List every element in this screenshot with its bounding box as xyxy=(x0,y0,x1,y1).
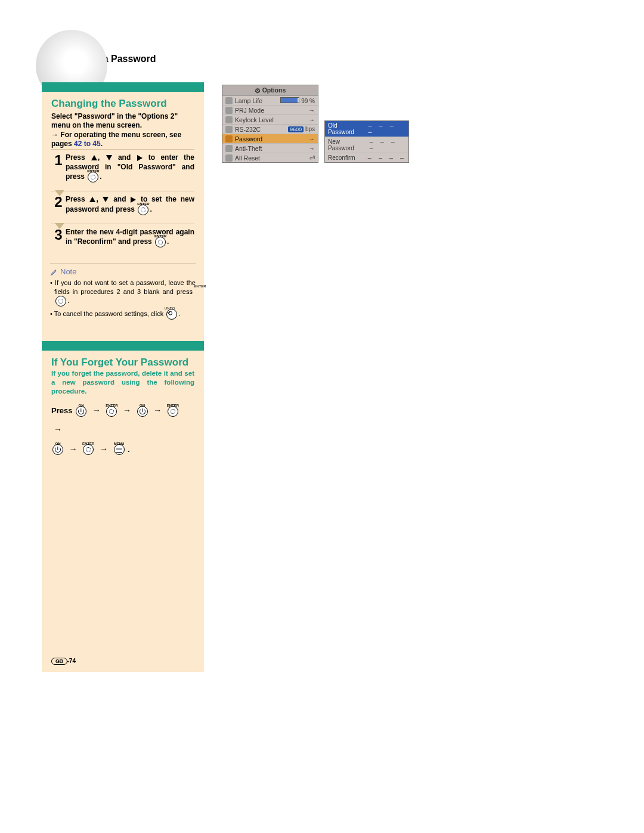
step-3-text: Enter the new 4-digit password again in … xyxy=(66,228,194,248)
on-button-icon xyxy=(76,406,86,417)
t: 99 xyxy=(301,98,308,104)
osd-options-menu: ⚙ Options Lamp Life 99 % PRJ Mode → xyxy=(222,85,318,163)
up-arrow-icon xyxy=(89,197,95,202)
on-button-icon xyxy=(137,406,148,417)
enter-button-icon xyxy=(83,444,94,455)
t: Reconfirm xyxy=(328,154,355,161)
osd-row-keylock: Keylock Level → xyxy=(222,115,318,125)
serial-icon xyxy=(225,126,233,133)
step-2-text: Press , and to set the new password and … xyxy=(66,195,194,215)
intro-line1: Select "Password" in the "Options 2" men… xyxy=(51,112,178,130)
section-title-forget: If You Forget Your Password xyxy=(51,357,194,368)
t: Keylock Level xyxy=(235,116,274,123)
step-1-text: Press , and to enter the password in "Ol… xyxy=(66,153,194,182)
menu-button-icon xyxy=(114,444,125,455)
osd2-new-password: New Password – – – – xyxy=(325,137,408,153)
baud-badge: 9600 xyxy=(288,126,304,132)
t: If you do not want to set a password, le… xyxy=(54,279,196,295)
arrow-icon: → xyxy=(69,444,78,454)
step-connector-icon xyxy=(55,190,64,196)
note-label: Note xyxy=(60,267,76,276)
forget-intro: If you forget the password, delete it an… xyxy=(51,369,194,396)
step-number: 3 xyxy=(51,228,66,242)
password-mask: – – – – xyxy=(370,138,405,151)
t: Options xyxy=(262,86,286,94)
t: New Password xyxy=(328,138,366,151)
t: Lamp Life xyxy=(235,97,262,104)
lamp-icon xyxy=(225,97,233,104)
region-code: GB xyxy=(51,658,67,665)
chevron-right-icon: → xyxy=(309,135,315,143)
enter-button-icon xyxy=(155,237,166,247)
page-footer: GB-74 xyxy=(42,657,204,672)
t: . xyxy=(178,310,180,317)
osd-row-prj-mode: PRJ Mode → xyxy=(222,106,318,115)
section-title-changing: Changing the Password xyxy=(51,98,194,110)
chevron-right-icon: → xyxy=(309,107,315,114)
down-arrow-icon xyxy=(103,197,109,202)
intro-text: Select "Password" in the "Options 2" men… xyxy=(51,112,194,149)
step-connector-icon xyxy=(55,223,64,229)
enter-button-icon xyxy=(55,296,66,306)
step-number: 1 xyxy=(51,153,66,168)
arrow-icon: → xyxy=(54,425,62,434)
up-arrow-icon xyxy=(91,155,97,160)
enter-label: ENTER xyxy=(196,284,209,288)
prj-icon xyxy=(225,107,233,114)
t: . xyxy=(167,237,169,246)
t: PRJ Mode xyxy=(235,107,264,114)
note-item-1: If you do not want to set a password, le… xyxy=(50,278,196,306)
down-arrow-icon xyxy=(106,155,112,160)
osd2-old-password: Old Password – – – – xyxy=(325,121,408,137)
osd-row-password: Password → xyxy=(222,134,318,144)
reset-icon xyxy=(225,154,233,162)
note-title: Note xyxy=(50,263,196,276)
t: . xyxy=(150,205,151,213)
shield-icon xyxy=(225,145,233,152)
t: Old Password xyxy=(328,122,365,135)
step-1: 1 Press , and to enter the password in "… xyxy=(51,149,194,191)
page-link-42-45[interactable]: 42 to 45 xyxy=(74,140,101,148)
press-label: Press xyxy=(51,406,72,415)
t: RS-232C xyxy=(235,126,261,133)
intro-line2-post: . xyxy=(101,140,103,148)
enter-mark-icon: ⏎ xyxy=(309,154,315,162)
step-number: 2 xyxy=(51,195,66,209)
t: bps xyxy=(305,126,315,132)
section-bar xyxy=(42,341,204,351)
chevron-right-icon: → xyxy=(309,116,315,123)
t: . xyxy=(100,172,101,181)
on-button-icon xyxy=(52,444,63,455)
page-title: Setting up a Password xyxy=(54,54,602,64)
t: % xyxy=(309,98,315,104)
osd-row-lamp-life: Lamp Life 99 % xyxy=(222,96,318,106)
password-mask: – – – – xyxy=(369,122,405,135)
key-icon xyxy=(225,135,233,143)
password-mask: – – – – xyxy=(368,154,405,161)
enter-button-icon xyxy=(106,406,117,417)
osd-row-rs232c: RS-232C 9600 bps xyxy=(222,125,318,134)
t: Password xyxy=(235,135,262,143)
t: Press xyxy=(66,153,91,162)
arrow-icon: → xyxy=(92,405,101,415)
note-item-2: To cancel the password settings, click U… xyxy=(50,309,196,320)
osd-row-all-reset: All Reset ⏎ xyxy=(222,153,318,162)
step-2: 2 Press , and to set the new password an… xyxy=(51,191,194,224)
section-bar xyxy=(42,82,204,92)
enter-button-icon xyxy=(88,172,98,182)
step-3: 3 Enter the new 4-digit password again i… xyxy=(51,224,194,256)
t: . xyxy=(67,297,69,304)
t: To cancel the password settings, click xyxy=(54,310,165,317)
osd2-reconfirm: Reconfirm – – – – xyxy=(325,153,408,162)
t: All Reset xyxy=(235,154,260,162)
note-list: If you do not want to set a password, le… xyxy=(50,278,196,320)
arrow-icon: → xyxy=(153,405,162,415)
right-arrow-icon xyxy=(137,155,143,161)
arrow-icon: → xyxy=(123,405,131,415)
undo-button-icon xyxy=(166,309,177,320)
right-column: ⚙ Options Lamp Life 99 % PRJ Mode → xyxy=(222,82,602,163)
right-arrow-icon xyxy=(131,197,136,203)
osd-row-anti-theft: Anti-Theft → xyxy=(222,144,318,153)
lock-icon xyxy=(225,116,233,123)
button-sequence: Press ON → ENTER → ON → ENTER → ON → ENT… xyxy=(51,401,194,459)
